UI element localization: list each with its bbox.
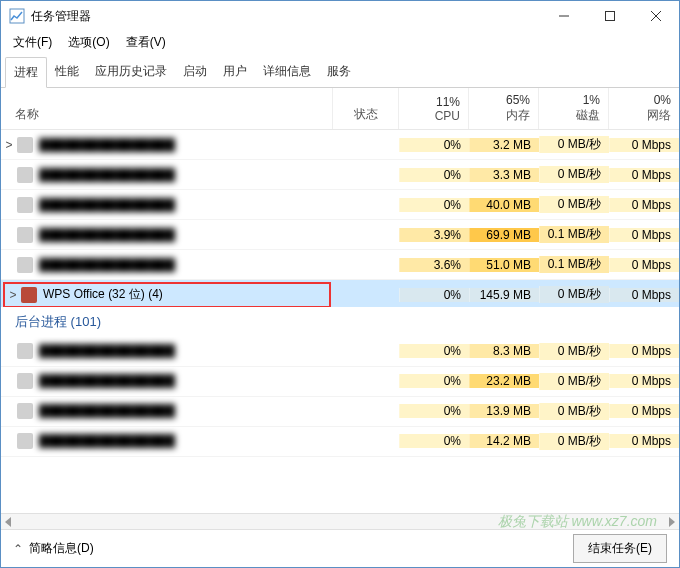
cell-mem: 14.2 MB	[469, 434, 539, 448]
cell-disk: 0 MB/秒	[539, 433, 609, 450]
cell-disk: 0 MB/秒	[539, 373, 609, 390]
window-title: 任务管理器	[31, 8, 541, 25]
background-processes-header: 后台进程 (101)	[1, 307, 679, 337]
close-button[interactable]	[633, 1, 679, 31]
col-status[interactable]: 状态	[333, 88, 399, 129]
menu-view[interactable]: 查看(V)	[118, 32, 174, 53]
cell-cpu: 0%	[399, 404, 469, 418]
menubar: 文件(F) 选项(O) 查看(V)	[1, 31, 679, 53]
process-row[interactable]: ████████████████0%13.9 MB0 MB/秒0 Mbps	[1, 397, 679, 427]
end-task-button[interactable]: 结束任务(E)	[573, 534, 667, 563]
menu-options[interactable]: 选项(O)	[60, 32, 117, 53]
process-row[interactable]: ████████████████0%14.2 MB0 MB/秒0 Mbps	[1, 427, 679, 457]
cell-net: 0 Mbps	[609, 198, 679, 212]
process-icon	[17, 343, 33, 359]
col-disk[interactable]: 1%磁盘	[539, 88, 609, 129]
cell-mem: 23.2 MB	[469, 374, 539, 388]
cell-disk: 0.1 MB/秒	[539, 256, 609, 273]
cell-cpu: 0%	[399, 168, 469, 182]
cell-cpu: 0%	[399, 374, 469, 388]
process-row[interactable]: >████████████████0%3.2 MB0 MB/秒0 Mbps	[1, 130, 679, 160]
cell-cpu: 0%	[399, 288, 469, 302]
process-name: ████████████████	[39, 404, 175, 418]
cell-mem: 8.3 MB	[469, 344, 539, 358]
process-icon	[17, 197, 33, 213]
cell-net: 0 Mbps	[609, 258, 679, 272]
cell-cpu: 0%	[399, 344, 469, 358]
col-cpu[interactable]: 11%CPU	[399, 88, 469, 129]
cell-mem: 3.3 MB	[469, 168, 539, 182]
cell-net: 0 Mbps	[609, 434, 679, 448]
process-icon	[17, 167, 33, 183]
minimize-button[interactable]	[541, 1, 587, 31]
cell-net: 0 Mbps	[609, 168, 679, 182]
process-icon	[17, 257, 33, 273]
expand-toggle-icon[interactable]: >	[5, 288, 21, 302]
process-name: ████████████████	[39, 434, 175, 448]
process-row[interactable]: ████████████████0%3.3 MB0 MB/秒0 Mbps	[1, 160, 679, 190]
tab-apphistory[interactable]: 应用历史记录	[87, 57, 175, 87]
task-manager-window: 任务管理器 文件(F) 选项(O) 查看(V) 进程 性能 应用历史记录 启动 …	[0, 0, 680, 568]
cell-mem: 40.0 MB	[469, 198, 539, 212]
process-name: ████████████████	[39, 198, 175, 212]
cell-net: 0 Mbps	[609, 288, 679, 302]
svg-rect-2	[606, 12, 615, 21]
process-row[interactable]: ████████████████3.9%69.9 MB0.1 MB/秒0 Mbp…	[1, 220, 679, 250]
process-name: WPS Office (32 位) (4)	[43, 286, 163, 303]
cell-net: 0 Mbps	[609, 404, 679, 418]
process-icon	[17, 433, 33, 449]
cell-cpu: 3.9%	[399, 228, 469, 242]
process-icon	[17, 373, 33, 389]
cell-disk: 0 MB/秒	[539, 403, 609, 420]
titlebar: 任务管理器	[1, 1, 679, 31]
cell-disk: 0 MB/秒	[539, 343, 609, 360]
process-row[interactable]: ████████████████0%23.2 MB0 MB/秒0 Mbps	[1, 367, 679, 397]
maximize-button[interactable]	[587, 1, 633, 31]
chevron-up-icon: ⌃	[13, 542, 23, 556]
svg-rect-0	[10, 9, 24, 23]
col-name[interactable]: 名称	[1, 88, 333, 129]
process-icon	[17, 403, 33, 419]
process-row[interactable]: ████████████████0%40.0 MB0 MB/秒0 Mbps	[1, 190, 679, 220]
process-icon	[17, 227, 33, 243]
col-network[interactable]: 0%网络	[609, 88, 679, 129]
tabs: 进程 性能 应用历史记录 启动 用户 详细信息 服务	[1, 57, 679, 88]
expand-toggle-icon[interactable]: >	[1, 138, 17, 152]
process-name: ████████████████	[39, 228, 175, 242]
col-memory[interactable]: 65%内存	[469, 88, 539, 129]
tab-processes[interactable]: 进程	[5, 57, 47, 88]
column-headers: 名称 状态 11%CPU 65%内存 1%磁盘 0%网络	[1, 88, 679, 130]
fewer-details-link[interactable]: 简略信息(D)	[29, 540, 94, 557]
cell-disk: 0 MB/秒	[539, 196, 609, 213]
menu-file[interactable]: 文件(F)	[5, 32, 60, 53]
process-icon	[17, 137, 33, 153]
cell-cpu: 0%	[399, 434, 469, 448]
cell-mem: 3.2 MB	[469, 138, 539, 152]
process-row[interactable]: ████████████████0%8.3 MB0 MB/秒0 Mbps	[1, 337, 679, 367]
tab-services[interactable]: 服务	[319, 57, 359, 87]
process-name: ████████████████	[39, 258, 175, 272]
process-row[interactable]: ████████████████3.6%51.0 MB0.1 MB/秒0 Mbp…	[1, 250, 679, 280]
process-name: ████████████████	[39, 138, 175, 152]
process-table: 名称 状态 11%CPU 65%内存 1%磁盘 0%网络 >██████████…	[1, 88, 679, 529]
process-name: ████████████████	[39, 168, 175, 182]
cell-disk: 0 MB/秒	[539, 166, 609, 183]
cell-mem: 51.0 MB	[469, 258, 539, 272]
process-name: ████████████████	[39, 374, 175, 388]
tab-performance[interactable]: 性能	[47, 57, 87, 87]
cell-mem: 69.9 MB	[469, 228, 539, 242]
horizontal-scrollbar[interactable]	[1, 513, 679, 529]
tab-details[interactable]: 详细信息	[255, 57, 319, 87]
process-row[interactable]: >WPS Office (32 位) (4)0%145.9 MB0 MB/秒0 …	[1, 280, 679, 307]
app-icon	[9, 8, 25, 24]
tab-startup[interactable]: 启动	[175, 57, 215, 87]
cell-cpu: 0%	[399, 138, 469, 152]
cell-net: 0 Mbps	[609, 228, 679, 242]
cell-mem: 13.9 MB	[469, 404, 539, 418]
cell-disk: 0.1 MB/秒	[539, 226, 609, 243]
cell-disk: 0 MB/秒	[539, 136, 609, 153]
cell-mem: 145.9 MB	[469, 288, 539, 302]
footer: ⌃ 简略信息(D) 结束任务(E)	[1, 529, 679, 567]
tab-users[interactable]: 用户	[215, 57, 255, 87]
cell-cpu: 3.6%	[399, 258, 469, 272]
